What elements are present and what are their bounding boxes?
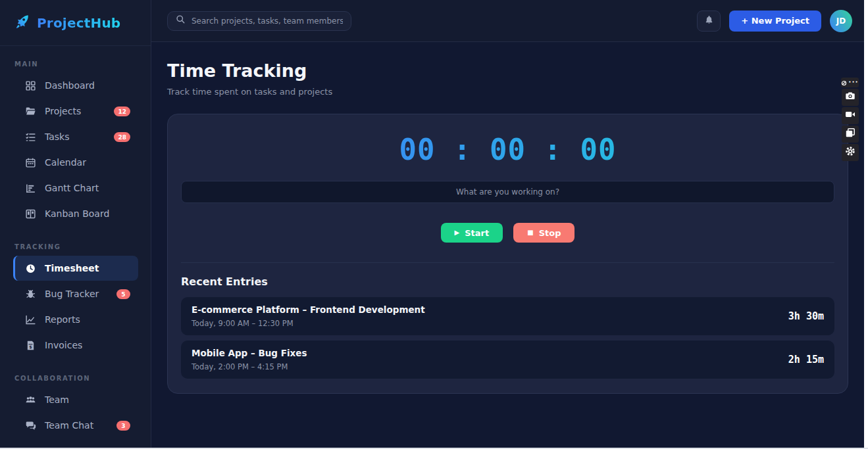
layers-icon	[845, 128, 855, 141]
sidebar-item-label: Bug Tracker	[45, 289, 99, 299]
timer-buttons: ▶ Start ■ Stop	[181, 223, 834, 243]
divider	[181, 262, 834, 263]
sidebar-item-team-chat[interactable]: Team Chat3	[13, 413, 138, 438]
user-avatar[interactable]: JD	[830, 10, 852, 32]
section-label: MAIN	[14, 60, 151, 68]
section-label: TRACKING	[14, 243, 151, 250]
clock-icon	[24, 262, 36, 274]
time-entry-row[interactable]: Mobile App – Bug FixesToday, 2:00 PM – 4…	[181, 341, 834, 379]
layers-capture-button[interactable]	[842, 126, 859, 143]
sidebar-item-gantt-chart[interactable]: Gantt Chart	[13, 176, 138, 201]
chat-icon	[24, 419, 36, 431]
start-timer-button[interactable]: ▶ Start	[441, 223, 503, 243]
entry-duration: 3h 30m	[788, 310, 824, 322]
time-entry-row[interactable]: E-commerce Platform – Frontend Developme…	[181, 297, 834, 335]
entry-info: E-commerce Platform – Frontend Developme…	[191, 304, 425, 328]
top-header: + New Project JD	[151, 0, 864, 42]
bug-icon	[24, 288, 36, 300]
search-box[interactable]	[167, 11, 351, 31]
play-icon: ▶	[455, 229, 460, 236]
sidebar-section-collaboration: COLLABORATIONTeamTeam Chat3	[0, 375, 151, 438]
sidebar-item-label: Calendar	[45, 157, 86, 168]
count-badge: 28	[114, 132, 130, 142]
entry-time-range: Today, 2:00 PM – 4:15 PM	[191, 362, 307, 371]
timer-display: 00 : 00 : 00	[181, 133, 834, 166]
main-content: Time Tracking Track time spent on tasks …	[151, 42, 864, 448]
sidebar-item-reports[interactable]: Reports	[13, 307, 138, 332]
dashboard-grid-icon	[24, 80, 36, 91]
header-actions: + New Project JD	[697, 10, 852, 32]
sidebar-item-bug-tracker[interactable]: Bug Tracker5	[13, 281, 138, 306]
bell-icon	[704, 14, 714, 28]
sidebar-item-projects[interactable]: Projects12	[13, 99, 138, 124]
sidebar-item-label: Team Chat	[45, 420, 93, 431]
chart-line-icon	[24, 314, 36, 325]
sidebar-item-timesheet[interactable]: Timesheet	[13, 256, 138, 281]
sidebar-item-kanban-board[interactable]: Kanban Board	[13, 201, 138, 226]
capture-toolbar-handle[interactable]: •••	[841, 78, 859, 87]
camera-capture-button[interactable]	[842, 89, 859, 106]
team-icon	[24, 394, 36, 406]
calendar-icon	[24, 156, 36, 168]
sidebar-item-label: Team	[45, 394, 69, 405]
start-button-label: Start	[465, 228, 489, 238]
timer-card: 00 : 00 : 00 ▶ Start ■ Stop Recent Entri…	[167, 114, 848, 394]
svg-text:$: $	[29, 344, 32, 350]
video-camera-capture-button[interactable]	[842, 107, 859, 124]
entry-time-range: Today, 9:00 AM – 12:30 PM	[191, 319, 425, 328]
capture-handle-dots: •••	[848, 82, 858, 83]
sidebar-item-label: Tasks	[45, 131, 70, 142]
notifications-button[interactable]	[697, 11, 721, 32]
page-right-edge	[864, 0, 868, 449]
task-description-input[interactable]	[181, 181, 834, 203]
new-project-button[interactable]: + New Project	[729, 11, 821, 32]
gear-icon	[845, 146, 855, 159]
sidebar-item-label: Invoices	[45, 340, 82, 350]
task-list-icon	[24, 131, 36, 143]
screen-capture-handle-icon	[841, 76, 847, 89]
page-title: Time Tracking	[167, 60, 848, 81]
sidebar-item-label: Reports	[45, 314, 80, 325]
count-badge: 12	[114, 106, 130, 116]
sidebar-section-main: MAINDashboardProjects12Tasks28CalendarGa…	[0, 60, 151, 226]
sidebar-item-label: Timesheet	[45, 263, 99, 273]
sidebar-item-calendar[interactable]: Calendar	[13, 150, 138, 175]
sidebar-item-invoices[interactable]: $Invoices	[13, 333, 138, 358]
entry-duration: 2h 15m	[788, 354, 824, 366]
sidebar-item-dashboard[interactable]: Dashboard	[13, 73, 138, 98]
sidebar-item-label: Kanban Board	[45, 208, 109, 219]
entry-title: Mobile App – Bug Fixes	[191, 348, 307, 358]
video-camera-icon	[845, 109, 855, 122]
count-badge: 5	[116, 289, 130, 299]
recent-entries-list: E-commerce Platform – Frontend Developme…	[181, 297, 834, 379]
entry-title: E-commerce Platform – Frontend Developme…	[191, 304, 425, 315]
stop-button-label: Stop	[539, 228, 561, 238]
sidebar-item-tasks[interactable]: Tasks28	[13, 124, 138, 149]
search-input[interactable]	[191, 16, 343, 26]
capture-buttons	[842, 89, 859, 161]
sidebar-nav: MAINDashboardProjects12Tasks28CalendarGa…	[0, 60, 151, 438]
sidebar-section-tracking: TRACKINGTimesheetBug Tracker5Reports$Inv…	[0, 243, 151, 358]
search-icon	[176, 14, 186, 27]
page-subtitle: Track time spent on tasks and projects	[167, 87, 848, 97]
entry-info: Mobile App – Bug FixesToday, 2:00 PM – 4…	[191, 348, 307, 371]
screen-capture-toolbar: •••	[841, 78, 859, 161]
camera-icon	[845, 91, 855, 104]
folder-icon	[24, 105, 36, 117]
sidebar-item-label: Gantt Chart	[45, 183, 99, 193]
kanban-board-icon	[24, 208, 36, 220]
sidebar-item-label: Dashboard	[45, 80, 95, 91]
stop-icon: ■	[527, 229, 533, 236]
rocket-icon	[13, 13, 30, 33]
sidebar: ProjectHub MAINDashboardProjects12Tasks2…	[0, 0, 151, 449]
count-badge: 3	[116, 421, 130, 431]
recent-entries-heading: Recent Entries	[181, 275, 834, 288]
section-label: COLLABORATION	[14, 375, 151, 382]
sidebar-item-team[interactable]: Team	[13, 387, 138, 412]
gantt-chart-icon	[24, 182, 36, 194]
app-name: ProjectHub	[37, 15, 120, 31]
gear-capture-button[interactable]	[842, 144, 859, 161]
app-logo[interactable]: ProjectHub	[0, 0, 151, 46]
sidebar-item-label: Projects	[45, 106, 81, 116]
stop-timer-button[interactable]: ■ Stop	[513, 223, 574, 243]
